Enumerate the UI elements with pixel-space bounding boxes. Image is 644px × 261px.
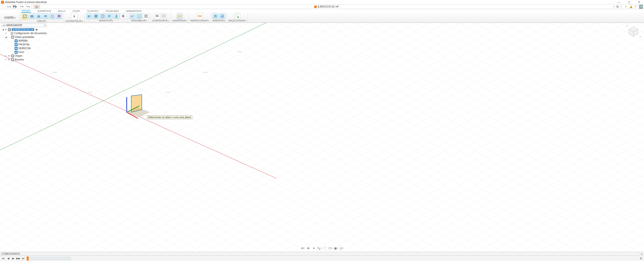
tree-named-views[interactable]: ◢🖿 Vistas guardadas [2,35,47,39]
tab-plastico[interactable]: PLÁSTICO [87,10,99,13]
fillet-button[interactable] [93,13,99,19]
tab-close-button[interactable]: × [613,5,615,8]
document-tab[interactable]: EJERCICIO.02 v4* [314,5,339,8]
timeline-feature[interactable] [61,257,64,260]
as-built-joint-button[interactable] [136,13,142,19]
emboss-button[interactable] [56,13,62,19]
timeline-marker[interactable] [27,256,29,260]
save-button[interactable]: 💾▾ [12,5,18,8]
panel-insertar-label[interactable]: INSERTAR [212,19,225,22]
view-cube[interactable]: Z X [627,25,639,37]
create-form-button[interactable] [29,13,35,19]
redo-button[interactable]: ↷▾ [25,5,30,8]
timeline-play-button[interactable]: ▶ [12,257,15,260]
timeline-feature[interactable] [57,257,60,260]
timeline-feature[interactable] [68,257,71,260]
browser-collapse-icon[interactable]: ◂◂ [3,24,5,27]
tree-root-radio-icon[interactable]: ◉ [35,28,38,31]
panel-automatizar-label[interactable]: AUTOMATIZAR [65,20,83,22]
revolve-button[interactable] [42,13,49,19]
window-close-button[interactable]: ✕ [634,0,644,5]
nav-pan-button[interactable]: ✥ [306,246,310,250]
selected-sketch-plane[interactable] [127,95,157,126]
home-tab-button[interactable]: 🏠 [33,5,40,9]
panel-crear-label[interactable]: CREAR [37,20,47,22]
joint-origin-button[interactable] [143,13,149,19]
extrude-button[interactable] [36,13,42,19]
create-sketch-button[interactable] [22,13,28,20]
extensions-icon[interactable]: ◌ [620,5,622,8]
tab-superficie[interactable]: SUPERFICIE [37,10,52,13]
panel-ensamblar-label[interactable]: ENSAMBLAR [131,19,147,22]
select-button[interactable] [234,13,240,19]
window-maximize-button[interactable]: ▢ [624,0,634,5]
nav-zoom-button[interactable]: 🔍 [317,246,321,250]
hole-button[interactable] [49,13,55,19]
nav-orbit-button[interactable]: ⟲ [301,246,305,250]
help-icon[interactable]: ? [635,5,636,8]
nav-display-button[interactable]: 🖵 [328,246,332,250]
combine-button[interactable] [107,13,113,19]
shell-button[interactable] [100,13,106,19]
construct-plane-button[interactable] [177,13,183,19]
comments-options-icon[interactable]: ● [641,252,642,255]
file-menu-button[interactable]: ▭▾ [6,5,11,8]
tree-sketches[interactable]: ▷👁🖿 Bocetos [2,58,47,61]
tab-solido[interactable]: SÓLIDO [21,9,31,13]
nav-viewports-button[interactable]: ◫ [339,246,343,250]
timeline-feature[interactable] [29,257,32,260]
job-status-icon[interactable]: ✔ [625,5,627,8]
timeline-feature[interactable] [33,257,36,260]
timeline-next-button[interactable]: ▶▶ [17,257,20,260]
configure-button[interactable] [161,13,167,19]
panel-seleccionar-label[interactable]: SELECCIONAR [228,19,246,22]
panel-construir-label[interactable]: CONSTRUIR [172,19,187,22]
tree-view-right[interactable]: ▣ DERECHA [2,46,47,50]
notifications-icon[interactable]: 🔔 [629,5,632,8]
timeline-prev-button[interactable]: ◀ [7,257,10,260]
tree-view-top[interactable]: ▣ ARRIBA [2,39,47,43]
timeline-feature[interactable] [64,257,67,260]
nav-grid-button[interactable]: ▦ [334,246,338,250]
nav-lookat-button[interactable]: ✦ [312,246,316,250]
window-minimize-button[interactable]: — [614,0,624,5]
tab-utilidades[interactable]: UTILIDADES [105,10,119,13]
timeline-feature[interactable] [54,257,57,260]
new-tab-button[interactable]: + [616,5,619,8]
automate-button[interactable] [71,13,77,20]
panel-modificar-label[interactable]: MODIFICAR [99,19,113,22]
tree-view-front[interactable]: ▣ FRONTAL [2,43,47,46]
tab-chapa[interactable]: CHAPA [72,10,81,13]
change-parameters-button[interactable] [154,13,160,19]
tree-root[interactable]: ◢👁▦ EJERCICIO.02 v4 ◉ [2,28,47,31]
tab-administrar[interactable]: ADMINISTRAR [125,10,142,13]
timeline-settings-button[interactable]: ⚙ [639,257,642,260]
joint-button[interactable] [129,13,135,19]
timeline-feature[interactable] [47,257,50,260]
workspace-switcher[interactable]: DISEÑO [0,13,20,23]
measure-button[interactable] [197,13,203,19]
timeline-feature[interactable] [43,257,46,260]
timeline-last-button[interactable]: ⏭ [22,257,25,260]
user-avatar[interactable]: DM [639,5,643,9]
tree-view-home[interactable]: ▣ Inicio [2,50,47,54]
tab-malla[interactable]: MALLA [58,10,66,13]
draft-button[interactable] [113,13,119,19]
timeline-track[interactable] [27,256,637,260]
browser-options-icon[interactable]: ● [44,24,45,26]
undo-button[interactable]: ↶▾ [19,5,24,8]
tree-doc-settings[interactable]: ▷⚙ Configuración del documento [2,31,47,35]
timeline-first-button[interactable]: ⏮ [2,257,5,260]
nav-fit-button[interactable]: ⛶ [323,246,327,250]
tree-origin[interactable]: ▷👁🖿 Origen [2,54,47,58]
timeline-feature[interactable] [40,257,43,260]
timeline-feature[interactable] [50,257,53,260]
press-pull-button[interactable] [86,13,92,19]
panel-configurar-label[interactable]: CONFIGURAR [152,19,169,22]
move-button[interactable] [120,13,126,19]
insert-derive-button[interactable]: + [212,13,218,19]
viewport-3d[interactable]: ⊳⊲ ⊳⊲ ⊳⊲ ⊳⊲ ⊳⊲ [0,23,644,252]
insert-decal-button[interactable] [219,13,225,19]
panel-inspeccionar-label[interactable]: INSPECCIONAR [191,19,209,22]
app-menu-icon[interactable]: ⋮⋮⋮ [1,5,5,8]
